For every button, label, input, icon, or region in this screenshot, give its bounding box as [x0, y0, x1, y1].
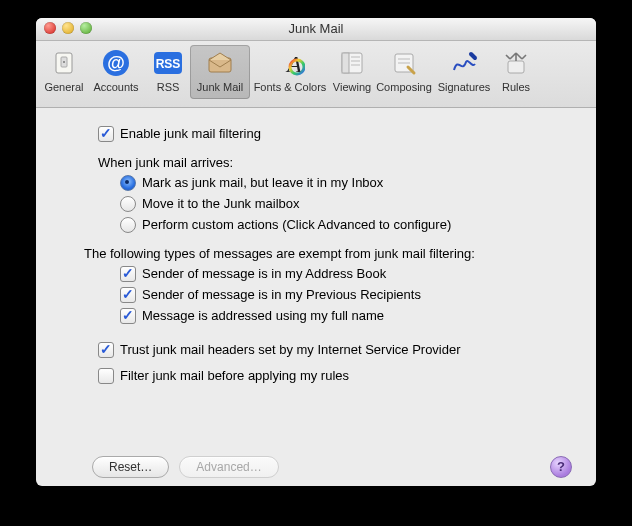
- window-controls: [44, 22, 92, 34]
- advanced-button: Advanced…: [179, 456, 278, 478]
- checkbox-enable-junk-filtering[interactable]: [98, 126, 114, 142]
- reset-button[interactable]: Reset…: [92, 456, 169, 478]
- svg-text:RSS: RSS: [156, 57, 181, 71]
- help-button[interactable]: ?: [550, 456, 572, 478]
- content-pane: Enable junk mail filtering When junk mai…: [36, 108, 596, 486]
- svg-rect-7: [209, 58, 231, 72]
- tab-composing[interactable]: Composing: [374, 45, 434, 99]
- radio-move-junk-mailbox[interactable]: [120, 196, 136, 212]
- radio-label: Perform custom actions (Click Advanced t…: [142, 216, 451, 234]
- label-filter-before-rules: Filter junk mail before applying my rule…: [120, 367, 349, 385]
- tab-label: RSS: [146, 81, 190, 93]
- checkbox-exempt-previous-recipients[interactable]: [120, 287, 136, 303]
- accounts-icon: @: [100, 47, 132, 79]
- rules-icon: [500, 47, 532, 79]
- fonts-colors-icon: A: [274, 47, 306, 79]
- tab-accounts[interactable]: @ Accounts: [86, 45, 146, 99]
- tab-viewing[interactable]: Viewing: [330, 45, 374, 99]
- zoom-button[interactable]: [80, 22, 92, 34]
- close-button[interactable]: [44, 22, 56, 34]
- label-trust-isp-headers: Trust junk mail headers set by my Intern…: [120, 341, 461, 359]
- checkbox-label: Message is addressed using my full name: [142, 307, 384, 325]
- checkbox-trust-isp-headers[interactable]: [98, 342, 114, 358]
- checkbox-label: Sender of message is in my Previous Reci…: [142, 286, 421, 304]
- tab-junk-mail[interactable]: Junk Mail: [190, 45, 250, 99]
- svg-point-2: [63, 61, 65, 63]
- heading-exempt: The following types of messages are exem…: [84, 246, 572, 261]
- tab-rules[interactable]: Rules: [494, 45, 538, 99]
- svg-text:@: @: [107, 53, 125, 73]
- radio-label: Move it to the Junk mailbox: [142, 195, 300, 213]
- radio-custom-actions[interactable]: [120, 217, 136, 233]
- tab-label: Signatures: [434, 81, 494, 93]
- svg-rect-11: [342, 53, 349, 73]
- tab-label: Accounts: [86, 81, 146, 93]
- tab-label: Viewing: [330, 81, 374, 93]
- label-enable-junk-filtering: Enable junk mail filtering: [120, 125, 261, 143]
- preferences-window: Junk Mail General @ Accounts: [36, 18, 596, 486]
- tab-label: Junk Mail: [190, 81, 250, 93]
- tab-label: General: [42, 81, 86, 93]
- signatures-icon: [448, 47, 480, 79]
- checkbox-label: Sender of message is in my Address Book: [142, 265, 386, 283]
- tab-label: Fonts & Colors: [250, 81, 330, 93]
- tab-signatures[interactable]: Signatures: [434, 45, 494, 99]
- footer: Reset… Advanced… ?: [60, 456, 572, 478]
- toolbar: General @ Accounts RSS RSS: [36, 41, 596, 108]
- composing-icon: [388, 47, 420, 79]
- checkbox-filter-before-rules[interactable]: [98, 368, 114, 384]
- checkbox-exempt-address-book[interactable]: [120, 266, 136, 282]
- radio-label: Mark as junk mail, but leave it in my In…: [142, 174, 383, 192]
- radio-mark-leave-inbox[interactable]: [120, 175, 136, 191]
- checkbox-exempt-full-name[interactable]: [120, 308, 136, 324]
- tab-label: Rules: [494, 81, 538, 93]
- general-icon: [48, 47, 80, 79]
- tab-label: Composing: [374, 81, 434, 93]
- viewing-icon: [336, 47, 368, 79]
- minimize-button[interactable]: [62, 22, 74, 34]
- window-title: Junk Mail: [289, 21, 344, 36]
- tab-general[interactable]: General: [42, 45, 86, 99]
- tab-fonts-colors[interactable]: A Fonts & Colors: [250, 45, 330, 99]
- heading-when-arrives: When junk mail arrives:: [98, 155, 572, 170]
- junk-mail-icon: [204, 47, 236, 79]
- tab-rss[interactable]: RSS RSS: [146, 45, 190, 99]
- rss-icon: RSS: [152, 47, 184, 79]
- titlebar: Junk Mail: [36, 18, 596, 41]
- svg-rect-18: [508, 61, 524, 73]
